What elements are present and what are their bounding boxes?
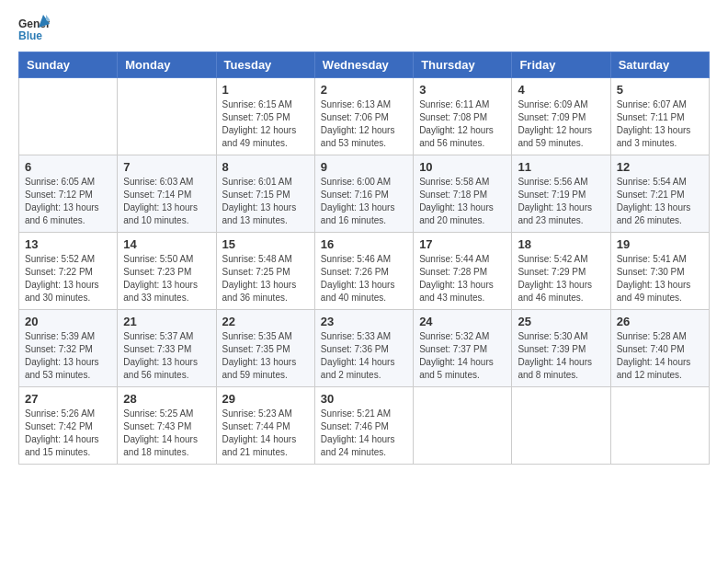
calendar-cell: 29Sunrise: 5:23 AMSunset: 7:44 PMDayligh… (216, 387, 314, 465)
calendar-cell (118, 78, 216, 155)
day-info: Sunrise: 5:32 AMSunset: 7:37 PMDaylight:… (419, 330, 506, 382)
calendar-cell: 20Sunrise: 5:39 AMSunset: 7:32 PMDayligh… (19, 310, 118, 387)
week-row-5: 27Sunrise: 5:26 AMSunset: 7:42 PMDayligh… (19, 387, 710, 465)
calendar-cell: 17Sunrise: 5:44 AMSunset: 7:28 PMDayligh… (414, 233, 512, 310)
logo: General Blue (18, 15, 50, 44)
logo-text: General Blue (18, 15, 50, 44)
day-info: Sunrise: 6:11 AMSunset: 7:08 PMDaylight:… (419, 98, 506, 150)
day-number: 15 (222, 237, 309, 251)
day-info: Sunrise: 6:13 AMSunset: 7:06 PMDaylight:… (321, 98, 407, 150)
page-header: General Blue (18, 15, 710, 44)
calendar-cell: 1Sunrise: 6:15 AMSunset: 7:05 PMDaylight… (216, 78, 314, 155)
day-info: Sunrise: 5:25 AMSunset: 7:43 PMDaylight:… (123, 408, 210, 459)
calendar-cell: 24Sunrise: 5:32 AMSunset: 7:37 PMDayligh… (414, 310, 512, 387)
calendar-cell: 13Sunrise: 5:52 AMSunset: 7:22 PMDayligh… (19, 233, 118, 310)
week-row-3: 13Sunrise: 5:52 AMSunset: 7:22 PMDayligh… (19, 233, 710, 310)
calendar-cell: 21Sunrise: 5:37 AMSunset: 7:33 PMDayligh… (118, 310, 216, 387)
day-info: Sunrise: 5:46 AMSunset: 7:26 PMDaylight:… (321, 253, 407, 304)
day-info: Sunrise: 5:28 AMSunset: 7:40 PMDaylight:… (617, 330, 703, 382)
calendar-cell (19, 78, 118, 155)
day-info: Sunrise: 5:21 AMSunset: 7:46 PMDaylight:… (321, 408, 407, 459)
day-number: 12 (617, 160, 703, 174)
day-info: Sunrise: 6:01 AMSunset: 7:15 PMDaylight:… (222, 176, 309, 227)
weekday-header-row: SundayMondayTuesdayWednesdayThursdayFrid… (19, 52, 710, 78)
day-number: 7 (123, 160, 210, 174)
day-number: 13 (25, 237, 111, 251)
calendar-cell: 18Sunrise: 5:42 AMSunset: 7:29 PMDayligh… (512, 233, 610, 310)
day-info: Sunrise: 5:56 AMSunset: 7:19 PMDaylight:… (518, 176, 604, 227)
weekday-header-tuesday: Tuesday (216, 52, 314, 78)
day-info: Sunrise: 5:35 AMSunset: 7:35 PMDaylight:… (222, 330, 309, 382)
calendar-cell: 14Sunrise: 5:50 AMSunset: 7:23 PMDayligh… (118, 233, 216, 310)
day-number: 24 (419, 315, 506, 328)
calendar-cell: 10Sunrise: 5:58 AMSunset: 7:18 PMDayligh… (414, 155, 512, 233)
day-number: 5 (617, 83, 703, 97)
day-info: Sunrise: 5:42 AMSunset: 7:29 PMDaylight:… (518, 253, 604, 304)
day-number: 26 (617, 315, 703, 328)
weekday-header-thursday: Thursday (414, 52, 512, 78)
weekday-header-wednesday: Wednesday (314, 52, 413, 78)
calendar-cell: 15Sunrise: 5:48 AMSunset: 7:25 PMDayligh… (216, 233, 314, 310)
calendar-cell: 27Sunrise: 5:26 AMSunset: 7:42 PMDayligh… (19, 387, 118, 465)
weekday-header-sunday: Sunday (19, 52, 118, 78)
day-number: 8 (222, 160, 309, 174)
svg-text:Blue: Blue (18, 29, 42, 42)
day-number: 17 (419, 237, 506, 251)
weekday-header-saturday: Saturday (610, 52, 709, 78)
calendar-cell: 25Sunrise: 5:30 AMSunset: 7:39 PMDayligh… (512, 310, 610, 387)
day-number: 1 (222, 83, 309, 97)
day-number: 3 (419, 83, 506, 97)
calendar-cell: 23Sunrise: 5:33 AMSunset: 7:36 PMDayligh… (314, 310, 413, 387)
calendar-cell: 12Sunrise: 5:54 AMSunset: 7:21 PMDayligh… (610, 155, 709, 233)
weekday-header-monday: Monday (118, 52, 216, 78)
calendar-cell (512, 387, 610, 465)
calendar-table: SundayMondayTuesdayWednesdayThursdayFrid… (18, 52, 710, 465)
day-number: 9 (321, 160, 407, 174)
day-info: Sunrise: 5:26 AMSunset: 7:42 PMDaylight:… (25, 408, 111, 459)
day-info: Sunrise: 6:15 AMSunset: 7:05 PMDaylight:… (222, 98, 309, 150)
weekday-header-friday: Friday (512, 52, 610, 78)
day-info: Sunrise: 6:09 AMSunset: 7:09 PMDaylight:… (518, 98, 604, 150)
calendar-cell: 6Sunrise: 6:05 AMSunset: 7:12 PMDaylight… (19, 155, 118, 233)
day-number: 27 (25, 392, 111, 406)
day-info: Sunrise: 5:23 AMSunset: 7:44 PMDaylight:… (222, 408, 309, 459)
calendar-cell: 16Sunrise: 5:46 AMSunset: 7:26 PMDayligh… (314, 233, 413, 310)
logo-icon: General Blue (18, 15, 50, 44)
day-number: 23 (321, 315, 407, 328)
day-info: Sunrise: 6:00 AMSunset: 7:16 PMDaylight:… (321, 176, 407, 227)
day-number: 11 (518, 160, 604, 174)
day-number: 16 (321, 237, 407, 251)
day-number: 18 (518, 237, 604, 251)
day-number: 6 (25, 160, 111, 174)
day-info: Sunrise: 5:39 AMSunset: 7:32 PMDaylight:… (25, 330, 111, 382)
day-info: Sunrise: 5:44 AMSunset: 7:28 PMDaylight:… (419, 253, 506, 304)
day-number: 22 (222, 315, 309, 328)
calendar-cell: 7Sunrise: 6:03 AMSunset: 7:14 PMDaylight… (118, 155, 216, 233)
day-number: 29 (222, 392, 309, 406)
calendar-cell: 5Sunrise: 6:07 AMSunset: 7:11 PMDaylight… (610, 78, 709, 155)
day-info: Sunrise: 5:41 AMSunset: 7:30 PMDaylight:… (617, 253, 703, 304)
day-number: 28 (123, 392, 210, 406)
calendar-cell: 2Sunrise: 6:13 AMSunset: 7:06 PMDaylight… (314, 78, 413, 155)
calendar-cell: 28Sunrise: 5:25 AMSunset: 7:43 PMDayligh… (118, 387, 216, 465)
day-info: Sunrise: 5:48 AMSunset: 7:25 PMDaylight:… (222, 253, 309, 304)
day-number: 30 (321, 392, 407, 406)
day-info: Sunrise: 5:54 AMSunset: 7:21 PMDaylight:… (617, 176, 703, 227)
day-info: Sunrise: 5:50 AMSunset: 7:23 PMDaylight:… (123, 253, 210, 304)
week-row-1: 1Sunrise: 6:15 AMSunset: 7:05 PMDaylight… (19, 78, 710, 155)
day-number: 4 (518, 83, 604, 97)
day-info: Sunrise: 6:05 AMSunset: 7:12 PMDaylight:… (25, 176, 111, 227)
day-info: Sunrise: 5:37 AMSunset: 7:33 PMDaylight:… (123, 330, 210, 382)
day-number: 21 (123, 315, 210, 328)
week-row-4: 20Sunrise: 5:39 AMSunset: 7:32 PMDayligh… (19, 310, 710, 387)
calendar-cell: 9Sunrise: 6:00 AMSunset: 7:16 PMDaylight… (314, 155, 413, 233)
calendar-cell: 30Sunrise: 5:21 AMSunset: 7:46 PMDayligh… (314, 387, 413, 465)
day-number: 10 (419, 160, 506, 174)
day-info: Sunrise: 6:03 AMSunset: 7:14 PMDaylight:… (123, 176, 210, 227)
calendar-cell: 11Sunrise: 5:56 AMSunset: 7:19 PMDayligh… (512, 155, 610, 233)
day-number: 19 (617, 237, 703, 251)
calendar-cell: 8Sunrise: 6:01 AMSunset: 7:15 PMDaylight… (216, 155, 314, 233)
day-number: 20 (25, 315, 111, 328)
day-info: Sunrise: 5:33 AMSunset: 7:36 PMDaylight:… (321, 330, 407, 382)
day-number: 14 (123, 237, 210, 251)
